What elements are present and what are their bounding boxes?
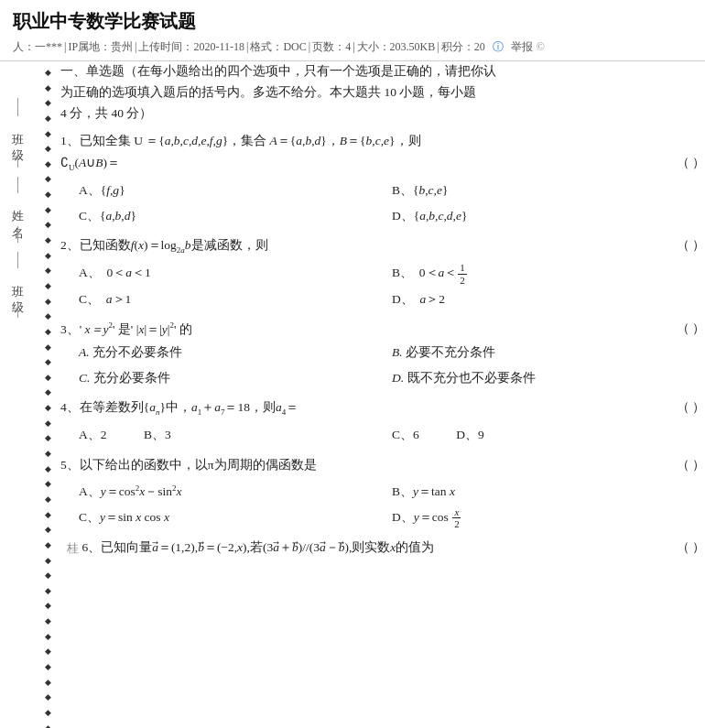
question-4: 4、在等差数列{an}中，a1＋a7＝18，则a4＝ （ ） A、2 B、3 C… xyxy=(60,397,705,447)
bullet-5: ◆ xyxy=(45,126,51,142)
meta-sep6: | xyxy=(437,40,439,54)
sidebar-group-2: 姓 名 xyxy=(9,177,26,243)
bullet-41: ◆ xyxy=(45,675,51,690)
q1-opt-a: A、{f,g} xyxy=(79,179,392,202)
q5-opt-c: C、y＝sin x cos x xyxy=(79,505,392,530)
question-5: 5、以下给出的函数中，以π为周期的偶函数是 （ ） A、y＝cos2x－sin2… xyxy=(60,454,705,529)
question-6: 桂 6、已知向量a⃗＝(1,2),b⃗＝(−2,x),若(3a⃗＋b⃗)//(3… xyxy=(60,537,705,559)
section1-header: 一、单选题（在每小题给出的四个选项中，只有一个选项是正确的，请把你认 为正确的选… xyxy=(60,61,705,125)
q2-opt-d: D、 a＞2 xyxy=(392,288,705,311)
bullet-27: ◆ xyxy=(45,462,51,477)
q2-opt-c: C、 a＞1 xyxy=(79,288,392,311)
q5-opt-b: B、y＝tan x xyxy=(392,480,705,504)
meta-sep2: | xyxy=(135,40,136,54)
q4-opt-c: C、6 D、9 xyxy=(392,423,705,447)
bullet-38: ◆ xyxy=(45,629,51,645)
report-button[interactable]: 举报 xyxy=(511,39,533,55)
bullet-24: ◆ xyxy=(45,416,51,431)
bullet-4: ◆ xyxy=(45,111,51,126)
bullet-25: ◆ xyxy=(45,430,51,446)
question-2-text: 2、已知函数f(x)＝log2ab是减函数，则 xyxy=(60,234,673,257)
q1-opt-c: C、{a,b,d} xyxy=(79,204,392,228)
bullet-15: ◆ xyxy=(45,278,51,294)
question-6-line: 桂 6、已知向量a⃗＝(1,2),b⃗＝(−2,x),若(3a⃗＋b⃗)//(3… xyxy=(60,537,705,559)
bullet-37: ◆ xyxy=(45,614,51,629)
q5-opt-d: D、y＝cos x2 xyxy=(392,505,705,530)
bullet-30: ◆ xyxy=(45,507,51,523)
q2-opt-a: A、 0＜a＜1 xyxy=(79,261,392,286)
bullet-16: ◆ xyxy=(45,294,51,310)
bullet-42: ◆ xyxy=(45,690,51,705)
bullet-20: ◆ xyxy=(45,354,51,370)
q3-opt-a: A. 充分不必要条件 xyxy=(79,341,392,364)
bullet-31: ◆ xyxy=(45,522,51,538)
meta-ip: IP属地：贵州 xyxy=(68,39,133,55)
question-4-text: 4、在等差数列{an}中，a1＋a7＝18，则a4＝ xyxy=(60,397,673,419)
bullet-44: ◆ xyxy=(45,721,51,728)
bullet-21: ◆ xyxy=(45,370,51,386)
main-layout: 班 级 姓 名 班 级 ◆ ◆ ◆ ◆ ◆ ◆ ◆ ◆ ◆ ◆ ◆ xyxy=(0,61,705,728)
question-3-line: 3、' x＝y2' 是' |x|＝|y|2' 的 （ ） xyxy=(60,318,705,341)
q2-parens: （ ） xyxy=(673,234,705,256)
question-5-line: 5、以下给出的函数中，以π为周期的偶函数是 （ ） xyxy=(60,454,705,476)
bullet-3: ◆ xyxy=(45,95,51,111)
meta-score: 积分：20 xyxy=(441,39,485,55)
meta-size: 大小：203.50KB xyxy=(357,39,436,55)
question-2: 2、已知函数f(x)＝log2ab是减函数，则 （ ） A、 0＜a＜1 B、 … xyxy=(60,234,705,310)
q4-opt-a: A、2 B、3 xyxy=(79,423,392,447)
meta-format: 格式：DOC xyxy=(250,39,306,55)
q1-opt-d: D、{a,b,c,d,e} xyxy=(392,204,705,228)
q5-parens: （ ） xyxy=(673,454,705,476)
meta-upload: 上传时间：2020-11-18 xyxy=(138,39,244,55)
q1-opt-b: B、{b,c,e} xyxy=(392,179,705,202)
meta-sep3: | xyxy=(246,40,248,54)
bullet-28: ◆ xyxy=(45,476,51,492)
bullet-8: ◆ xyxy=(45,171,51,187)
bullet-40: ◆ xyxy=(45,659,51,675)
sidebar-group-1: 班 级 xyxy=(9,98,26,168)
question-4-options: A、2 B、3 C、6 D、9 xyxy=(79,423,705,447)
meta-bar: 人：一*** | IP属地：贵州 | 上传时间：2020-11-18 | 格式：… xyxy=(0,38,705,61)
page-title: 职业中专数学比赛试题 xyxy=(0,0,705,38)
sidebar-label-ban1: 班 xyxy=(9,124,26,125)
sidebar-label-ji1: 级 xyxy=(9,140,26,142)
meta-sep: | xyxy=(64,40,66,54)
left-sidebar: 班 级 姓 名 班 级 xyxy=(0,61,35,728)
bullet-14: ◆ xyxy=(45,263,51,278)
bullet-2: ◆ xyxy=(45,81,51,96)
question-1-options: A、{f,g} B、{b,c,e} C、{a,b,d} D、{a,b,c,d,e… xyxy=(79,179,705,227)
bullet-6: ◆ xyxy=(45,141,51,157)
bullet-17: ◆ xyxy=(45,309,51,324)
sidebar-label-xing: 姓 xyxy=(9,201,26,202)
bullet-12: ◆ xyxy=(45,233,51,248)
q5-opt-a: A、y＝cos2x－sin2x xyxy=(79,480,392,504)
bullet-39: ◆ xyxy=(45,644,51,659)
question-5-text: 5、以下给出的函数中，以π为周期的偶函数是 xyxy=(60,454,673,476)
bullet-7: ◆ xyxy=(45,157,51,172)
meta-author: 人：一*** xyxy=(13,39,62,55)
question-1-sub: ∁U(A∪B)＝ （ ） xyxy=(60,152,705,175)
question-3-text: 3、' x＝y2' 是' |x|＝|y|2' 的 xyxy=(60,318,673,341)
q1-sub-parens: （ ） xyxy=(673,152,705,174)
doc-content: 一、单选题（在每小题给出的四个选项中，只有一个选项是正确的，请把你认 为正确的选… xyxy=(60,61,705,728)
sidebar-label-ming: 名 xyxy=(9,217,26,219)
bullet-26: ◆ xyxy=(45,446,51,462)
sidebar-label-ban2: 班 xyxy=(9,276,26,277)
q6-parens: （ ） xyxy=(673,537,705,559)
bullet-29: ◆ xyxy=(45,492,51,507)
bullet-10: ◆ xyxy=(45,202,51,218)
bullet-36: ◆ xyxy=(45,598,51,614)
bullets-column: ◆ ◆ ◆ ◆ ◆ ◆ ◆ ◆ ◆ ◆ ◆ ◆ ◆ ◆ ◆ ◆ ◆ ◆ ◆ ◆ … xyxy=(35,61,60,728)
bullet-34: ◆ xyxy=(45,568,51,583)
question-3: 3、' x＝y2' 是' |x|＝|y|2' 的 （ ） A. 充分不必要条件 … xyxy=(60,318,705,389)
meta-sep5: | xyxy=(352,40,354,54)
bullet-22: ◆ xyxy=(45,385,51,400)
bullet-35: ◆ xyxy=(45,583,51,599)
question-1: 1、已知全集 U ＝{a,b,c,d,e,f,g}，集合 A＝{a,b,d}，B… xyxy=(60,130,705,227)
question-5-options: A、y＝cos2x－sin2x B、y＝tan x C、y＝sin x cos … xyxy=(79,480,705,529)
q3-parens: （ ） xyxy=(673,318,705,340)
meta-info-icon: ⓘ xyxy=(493,39,504,55)
question-2-line: 2、已知函数f(x)＝log2ab是减函数，则 （ ） xyxy=(60,234,705,257)
q3-opt-b: B. 必要不充分条件 xyxy=(392,341,705,364)
bullet-23: ◆ xyxy=(45,400,51,416)
